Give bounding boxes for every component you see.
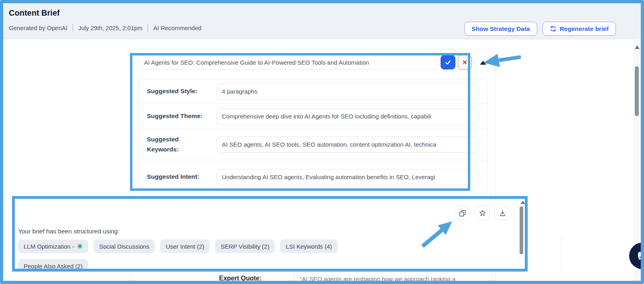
chip-social-discussions[interactable]: Social Discussions — [93, 239, 155, 253]
suggested-style-input[interactable] — [216, 84, 479, 100]
openai-logo-icon: ✳ — [77, 243, 83, 250]
check-icon — [445, 59, 451, 66]
accept-title-button[interactable] — [441, 55, 455, 69]
copy-button[interactable] — [455, 206, 470, 220]
refresh-icon — [550, 25, 557, 32]
structure-chips-row: LLM Optimization - ✳ Social Discussions … — [18, 239, 337, 253]
structured-using-panel: Your brief has been structured using: LL… — [12, 196, 528, 272]
chip-people-also-asked[interactable]: People Also Asked (2) — [18, 259, 88, 272]
regenerate-brief-button[interactable]: Regenerate brief — [542, 22, 616, 36]
page-scrollbar-thumb[interactable] — [635, 66, 639, 116]
show-strategy-data-label: Show Strategy Data — [471, 25, 530, 33]
download-icon — [499, 209, 506, 217]
panel-scroll-up-icon[interactable] — [520, 201, 525, 204]
suggested-style-row: Suggested Style: — [139, 79, 487, 104]
generated-date: July 29th, 2025, 2:01pm — [78, 25, 142, 31]
x-icon: ✕ — [462, 59, 467, 66]
scroll-up-arrow-icon[interactable] — [635, 45, 640, 49]
structured-using-text: Your brief has been structured using: — [18, 228, 120, 235]
download-button[interactable] — [495, 206, 510, 220]
ai-recommended-label: AI Recommended — [153, 25, 201, 31]
suggested-intent-input[interactable] — [216, 169, 479, 185]
show-strategy-data-button[interactable]: Show Strategy Data — [464, 22, 537, 36]
page-title: Content Brief — [9, 8, 60, 18]
suggested-style-label: Suggested Style: — [147, 86, 216, 96]
suggested-theme-label: Suggested Theme: — [147, 111, 216, 121]
expert-quote-input[interactable] — [294, 270, 492, 284]
card-edge-line — [561, 236, 561, 273]
suggested-intent-label: Suggested Intent: — [147, 172, 216, 182]
suggested-fields-card: Suggested Style: Suggested Theme: Sugges… — [138, 79, 488, 194]
header-meta: Generated by OpenAI July 29th, 2025, 2:0… — [9, 24, 201, 32]
suggested-keywords-input[interactable] — [216, 137, 479, 153]
suggested-intent-row: Suggested Intent: — [139, 160, 487, 194]
chip-serp-visibility[interactable]: SERP Visibility (2) — [215, 239, 275, 253]
content-brief-screen: Content Brief Generated by OpenAI July 2… — [0, 0, 644, 284]
suggested-theme-input[interactable] — [216, 108, 479, 125]
meta-divider — [73, 24, 73, 32]
regenerate-brief-label: Regenerate brief — [560, 25, 609, 33]
chat-widget-button[interactable] — [629, 243, 644, 269]
meta-divider — [148, 24, 148, 32]
chip-lsi-keywords[interactable]: LSI Keywords (4) — [280, 239, 337, 253]
suggested-theme-row: Suggested Theme: — [139, 104, 487, 129]
star-icon — [479, 209, 486, 217]
favorite-button[interactable] — [475, 206, 490, 220]
suggested-keywords-row: Suggested Keywords: — [139, 129, 487, 160]
expert-quote-label: Expert Quote: — [219, 275, 262, 282]
chip-user-intent[interactable]: User Intent (2) — [160, 239, 210, 253]
chat-bubble-icon — [636, 249, 644, 263]
brief-title-input[interactable] — [138, 55, 437, 69]
header: Content Brief Generated by OpenAI July 2… — [3, 3, 641, 39]
chip-llm-optimization[interactable]: LLM Optimization - ✳ — [18, 239, 88, 253]
suggested-keywords-label: Suggested Keywords: — [147, 135, 216, 154]
panel-scrollbar-thumb[interactable] — [520, 206, 523, 254]
reject-title-button[interactable]: ✕ — [458, 55, 472, 69]
header-actions: Show Strategy Data Regenerate brief — [464, 22, 616, 36]
copy-icon — [459, 209, 466, 217]
collapse-section-arrow-icon[interactable] — [480, 61, 486, 65]
generated-by-label: Generated by OpenAI — [9, 25, 67, 31]
